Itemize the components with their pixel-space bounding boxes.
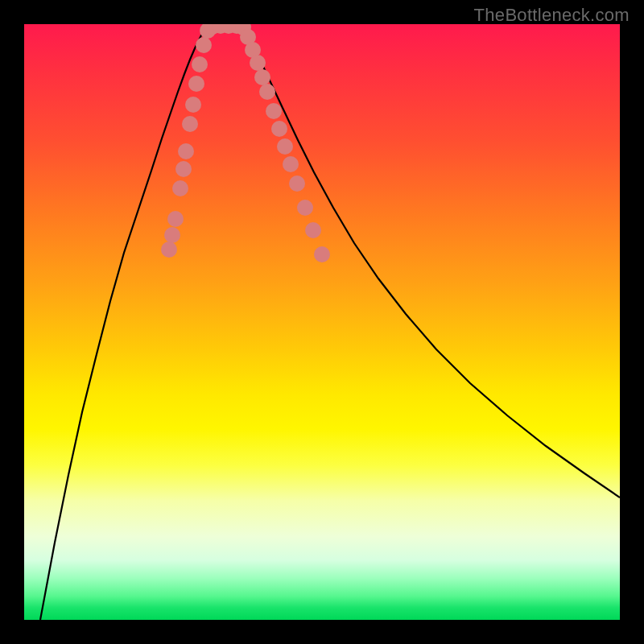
data-marker [192,56,208,72]
data-marker [172,180,188,196]
data-marker [259,84,275,100]
data-marker [185,97,201,113]
plot-area [24,24,620,620]
data-marker [178,143,194,159]
data-marker [254,69,270,85]
data-marker [164,227,180,243]
data-marker [196,37,212,53]
data-marker [182,116,198,132]
data-marker [271,121,287,137]
data-marker [289,175,305,192]
chart-overlay [24,24,620,620]
bottleneck-curve [40,24,620,620]
data-marker [277,138,293,155]
data-marker [175,161,192,177]
data-marker [161,242,177,258]
data-marker [305,222,321,238]
data-marker [167,211,184,227]
data-marker [314,246,330,262]
data-marker [188,76,204,92]
curve-path [40,24,620,620]
data-markers [161,24,330,262]
data-marker [297,200,313,216]
data-marker [266,103,282,119]
data-marker [250,55,266,71]
chart-frame: TheBottleneck.com [0,0,644,644]
data-marker [283,156,299,172]
watermark-text: TheBottleneck.com [474,5,630,26]
